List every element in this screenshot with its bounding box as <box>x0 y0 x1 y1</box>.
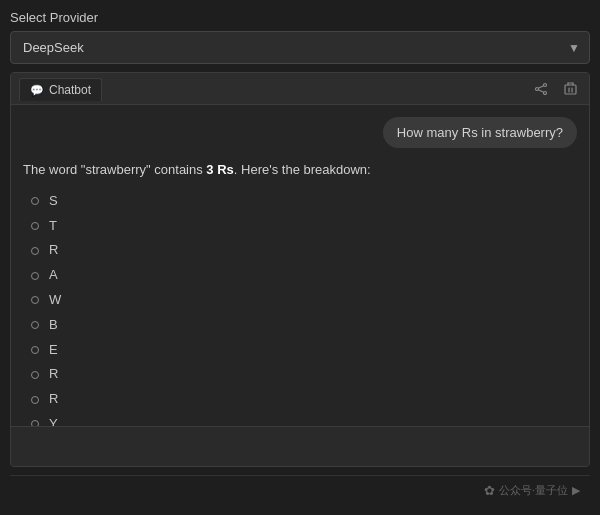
letter-r1: R <box>49 240 58 261</box>
list-item: B <box>31 315 577 336</box>
share-button[interactable] <box>530 80 552 98</box>
tab-label: Chatbot <box>49 83 91 97</box>
chatbot-panel: 💬 Chatbot <box>10 72 590 467</box>
letter-a: A <box>49 265 58 286</box>
letter-b: B <box>49 315 58 336</box>
assistant-intro: The word "strawberry" contains 3 Rs. Her… <box>23 160 577 181</box>
list-item: E <box>31 340 577 361</box>
arrow-icon: ▶ <box>572 484 580 497</box>
watermark-text: 公众号·量子位 <box>499 483 568 498</box>
list-item: A <box>31 265 577 286</box>
svg-rect-5 <box>565 85 576 94</box>
tab-actions <box>530 80 581 98</box>
share-icon <box>534 82 548 96</box>
letter-r3: R <box>49 389 58 410</box>
list-item: W <box>31 290 577 311</box>
bottom-bar: ✿ 公众号·量子位 ▶ <box>10 475 590 505</box>
assistant-message: The word "strawberry" contains 3 Rs. Her… <box>23 160 577 426</box>
list-item: Y <box>31 414 577 426</box>
bold-count: 3 Rs <box>206 162 233 177</box>
wechat-icon: ✿ <box>484 483 495 498</box>
chat-messages: How many Rs in strawberry? The word "str… <box>11 105 589 426</box>
svg-line-4 <box>538 89 543 92</box>
provider-section: Select Provider DeepSeek OpenAI Anthropi… <box>10 10 590 64</box>
provider-label: Select Provider <box>10 10 590 25</box>
bullet-icon <box>31 396 39 404</box>
provider-select[interactable]: DeepSeek OpenAI Anthropic Gemini <box>10 31 590 64</box>
user-message-text: How many Rs in strawberry? <box>397 125 563 140</box>
letter-e: E <box>49 340 58 361</box>
list-item: R <box>31 389 577 410</box>
chat-icon: 💬 <box>30 84 44 97</box>
bullet-icon <box>31 371 39 379</box>
intro-after: . Here's the breakdown: <box>234 162 371 177</box>
bullet-icon <box>31 321 39 329</box>
bullet-icon <box>31 272 39 280</box>
list-item: R <box>31 364 577 385</box>
list-item: T <box>31 216 577 237</box>
list-item: R <box>31 240 577 261</box>
letter-r2: R <box>49 364 58 385</box>
intro-before: The word "strawberry" contains <box>23 162 206 177</box>
svg-line-3 <box>538 85 543 88</box>
chatbot-tab-bar: 💬 Chatbot <box>11 73 589 105</box>
svg-point-0 <box>544 83 547 86</box>
user-message-wrapper: How many Rs in strawberry? <box>23 117 577 148</box>
letter-list: S T R A W B E R R Y <box>23 191 577 426</box>
list-item: S <box>31 191 577 212</box>
bullet-icon <box>31 247 39 255</box>
bullet-icon <box>31 296 39 304</box>
provider-select-wrapper: DeepSeek OpenAI Anthropic Gemini ▼ <box>10 31 590 64</box>
letter-s: S <box>49 191 58 212</box>
chatbot-tab[interactable]: 💬 Chatbot <box>19 78 102 101</box>
delete-button[interactable] <box>560 80 581 98</box>
watermark: ✿ 公众号·量子位 ▶ <box>484 483 580 498</box>
letter-y: Y <box>49 414 58 426</box>
svg-point-2 <box>544 91 547 94</box>
main-container: Select Provider DeepSeek OpenAI Anthropi… <box>0 0 600 515</box>
bullet-icon <box>31 222 39 230</box>
chat-input-area <box>11 426 589 466</box>
letter-t: T <box>49 216 57 237</box>
bullet-icon <box>31 346 39 354</box>
chat-input[interactable] <box>21 439 579 454</box>
user-message: How many Rs in strawberry? <box>383 117 577 148</box>
svg-point-1 <box>536 87 539 90</box>
letter-w: W <box>49 290 61 311</box>
bullet-icon <box>31 197 39 205</box>
trash-icon <box>564 82 577 96</box>
